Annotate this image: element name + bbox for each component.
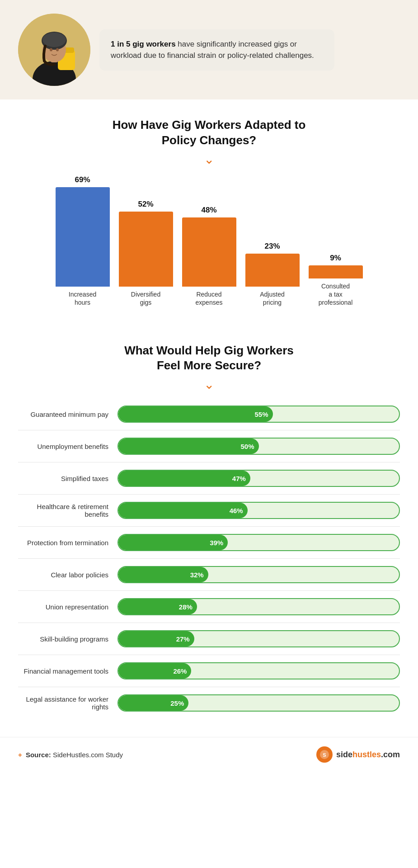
hbar-chart-section: What Would Help Gig WorkersFeel More Sec… <box>0 325 418 733</box>
header-section: 1 in 5 gig workers have significantly in… <box>0 0 418 99</box>
hbar-label-9: Legal assistance for worker rights <box>18 695 117 711</box>
bar-pct-4: 9% <box>330 254 341 263</box>
hbar-track-5: 32% <box>117 566 400 583</box>
hbar-fill-4: 39% <box>118 535 228 550</box>
bar-label-1: Diversifiedgigs <box>131 290 160 307</box>
hbar-row-8: Financial management tools 26% <box>18 662 400 687</box>
bar-chart: 69% Increasedhours 52% Diversifiedgigs 4… <box>18 180 400 307</box>
bar-1 <box>119 212 173 287</box>
bar-label-3: Adjustedpricing <box>260 290 284 307</box>
chevron-icon: ⌄ <box>18 152 400 167</box>
logo-icon: S <box>316 746 333 763</box>
svg-text:S: S <box>323 752 326 758</box>
bar-3 <box>245 254 300 287</box>
bar-0 <box>56 187 110 287</box>
header-stat-bold: 1 in 5 gig workers <box>111 40 176 48</box>
hbar-pct-7: 27% <box>176 635 190 643</box>
hbar-track-4: 39% <box>117 534 400 551</box>
avatar <box>18 14 90 86</box>
hbar-track-3: 46% <box>117 502 400 519</box>
hbar-label-5: Clear labor policies <box>18 571 117 579</box>
hbar-fill-5: 32% <box>118 567 208 582</box>
hbar-label-8: Financial management tools <box>18 667 117 675</box>
bar-group-1: 52% Diversifiedgigs <box>119 200 173 307</box>
footer-source-value: SideHustles.com Study <box>53 751 123 759</box>
hbar-track-0: 55% <box>117 406 400 423</box>
hbar-fill-9: 25% <box>118 695 188 711</box>
hbar-fill-1: 50% <box>118 439 259 454</box>
hbar-track-6: 28% <box>117 598 400 615</box>
hbar-pct-9: 25% <box>170 699 184 707</box>
bar-pct-0: 69% <box>75 175 90 184</box>
hbar-label-2: Simplified taxes <box>18 475 117 482</box>
bar-4 <box>309 265 363 278</box>
hbar-label-3: Healthcare & retirement benefits <box>18 503 117 518</box>
hbar-pct-5: 32% <box>190 571 204 579</box>
bar-chart-section: How Have Gig Workers Adapted toPolicy Ch… <box>0 99 418 325</box>
hbar-row-9: Legal assistance for worker rights 25% <box>18 694 400 712</box>
footer-logo: S sidehustles.com <box>316 746 400 763</box>
hbar-label-7: Skill-building programs <box>18 635 117 643</box>
logo-text: sidehustles.com <box>336 750 400 760</box>
chart2-title: What Would Help Gig WorkersFeel More Sec… <box>18 343 400 374</box>
hbar-row-4: Protection from termination 39% <box>18 534 400 559</box>
chart1-title: How Have Gig Workers Adapted toPolicy Ch… <box>18 118 400 148</box>
hbar-row-1: Unemployment benefits 50% <box>18 438 400 462</box>
hbar-track-7: 27% <box>117 630 400 647</box>
svg-point-7 <box>42 33 66 47</box>
hbar-row-7: Skill-building programs 27% <box>18 630 400 655</box>
svg-point-8 <box>50 48 52 52</box>
hbar-pct-0: 55% <box>255 410 268 418</box>
bar-group-3: 23% Adjustedpricing <box>245 242 300 307</box>
hbar-pct-1: 50% <box>240 443 254 450</box>
hbar-fill-7: 27% <box>118 631 194 646</box>
hbar-pct-6: 28% <box>179 603 193 611</box>
bar-label-4: Consulteda taxprofessional <box>319 282 353 307</box>
hbar-row-0: Guaranteed minimum pay 55% <box>18 406 400 430</box>
hbar-track-1: 50% <box>117 438 400 455</box>
hbar-row-6: Union representation 28% <box>18 598 400 623</box>
hbar-fill-8: 26% <box>118 663 191 679</box>
hbar-track-9: 25% <box>117 694 400 712</box>
bar-pct-2: 48% <box>201 206 216 215</box>
hbar-track-2: 47% <box>117 470 400 487</box>
bar-group-0: 69% Increasedhours <box>56 175 110 307</box>
hbar-fill-6: 28% <box>118 599 197 614</box>
hbar-row-3: Healthcare & retirement benefits 46% <box>18 502 400 527</box>
hbar-pct-2: 47% <box>232 475 246 482</box>
hbar-pct-4: 39% <box>210 539 223 547</box>
svg-point-9 <box>56 48 59 52</box>
hbar-label-0: Guaranteed minimum pay <box>18 410 117 418</box>
chevron-icon-2: ⌄ <box>18 377 400 392</box>
bar-2 <box>182 217 236 287</box>
hbar-row-2: Simplified taxes 47% <box>18 470 400 495</box>
hbar-list: Guaranteed minimum pay 55% Unemployment … <box>18 406 400 712</box>
bar-pct-1: 52% <box>138 200 153 209</box>
bar-group-4: 9% Consulteda taxprofessional <box>309 254 363 307</box>
hbar-track-8: 26% <box>117 662 400 679</box>
hbar-label-4: Protection from termination <box>18 539 117 547</box>
hbar-label-1: Unemployment benefits <box>18 443 117 450</box>
footer-plus: + <box>18 751 22 759</box>
footer: + Source: SideHustles.com Study S sidehu… <box>0 737 418 772</box>
hbar-row-5: Clear labor policies 32% <box>18 566 400 591</box>
hbar-fill-0: 55% <box>118 406 273 422</box>
hbar-label-6: Union representation <box>18 603 117 611</box>
hbar-fill-2: 47% <box>118 471 250 486</box>
bar-group-2: 48% Reducedexpenses <box>182 206 236 307</box>
hbar-fill-3: 46% <box>118 503 248 518</box>
footer-source-label: Source: <box>26 751 51 759</box>
footer-source: + Source: SideHustles.com Study <box>18 751 123 759</box>
bar-label-0: Increasedhours <box>69 290 96 307</box>
hbar-pct-3: 46% <box>230 507 243 514</box>
bar-label-2: Reducedexpenses <box>196 290 223 307</box>
hbar-pct-8: 26% <box>173 667 187 675</box>
header-text-box: 1 in 5 gig workers have significantly in… <box>99 29 334 71</box>
bar-pct-3: 23% <box>264 242 280 251</box>
